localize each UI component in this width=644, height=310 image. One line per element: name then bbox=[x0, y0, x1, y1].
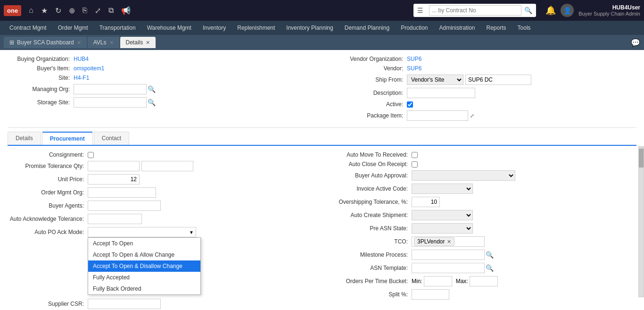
asn-template-input[interactable] bbox=[412, 263, 485, 273]
tab-details[interactable]: Details ✕ bbox=[120, 37, 156, 48]
nav-contract-mgmt[interactable]: Contract Mgmt bbox=[4, 21, 52, 35]
storage-site-search-btn[interactable]: 🔍 bbox=[147, 99, 157, 106]
dropdown-item-fully-accepted[interactable]: Fully Accepted bbox=[88, 272, 200, 283]
dropdown-item-fully-back-ordered[interactable]: Fully Back Ordered bbox=[88, 283, 200, 294]
sub-tab-procurement[interactable]: Procurement bbox=[42, 132, 93, 145]
buyer-agents-input[interactable] bbox=[88, 201, 161, 211]
buyer-agents-row: Buyer Agents: bbox=[8, 201, 314, 211]
nav-inventory[interactable]: Inventory bbox=[197, 21, 231, 35]
sub-tab-details[interactable]: Details bbox=[8, 132, 41, 145]
ship-from-value-input[interactable] bbox=[465, 75, 531, 85]
asn-template-search-btn[interactable]: 🔍 bbox=[485, 264, 495, 272]
nav-demand-planning[interactable]: Demand Planning bbox=[339, 21, 395, 35]
nav-inventory-planning[interactable]: Inventory Planning bbox=[281, 21, 339, 35]
expand-icon[interactable]: ⤢ bbox=[92, 4, 104, 17]
vendor-org-label: Vendor Organization: bbox=[322, 56, 407, 62]
nav-reports[interactable]: Reports bbox=[481, 21, 512, 35]
search-submit-icon[interactable]: 🔍 bbox=[524, 7, 532, 14]
bookmark-icon[interactable]: ⎘ bbox=[80, 4, 90, 17]
orders-min-input[interactable] bbox=[424, 276, 452, 286]
milestone-row: Milestone Process: 🔍 bbox=[322, 250, 629, 260]
nav-warehouse-mgmt[interactable]: Warehouse Mgmt bbox=[141, 21, 197, 35]
orders-max-input[interactable] bbox=[470, 276, 498, 286]
nav-tools[interactable]: Tools bbox=[512, 21, 537, 35]
nav-transportation[interactable]: Transportation bbox=[94, 21, 141, 35]
dropdown-item-accept-to-open-allow[interactable]: Accept To Open & Allow Change bbox=[88, 249, 200, 260]
nav-administration[interactable]: Administration bbox=[434, 21, 481, 35]
supplier-csr-input[interactable] bbox=[88, 299, 161, 309]
home-icon[interactable]: ⌂ bbox=[26, 4, 36, 17]
app-logo: one bbox=[4, 5, 21, 16]
tab-buyer-sca-dashboard[interactable]: ⊞ Buyer SCA Dashboard ✕ bbox=[4, 37, 87, 48]
search-bar: ☰ 🔍 bbox=[413, 4, 536, 17]
sub-tab-contact[interactable]: Contact bbox=[94, 132, 129, 145]
dropdown-item-accept-to-open[interactable]: Accept To Open bbox=[88, 238, 200, 249]
auto-close-checkbox[interactable] bbox=[412, 161, 418, 168]
active-row: Active: bbox=[322, 101, 636, 108]
description-input[interactable] bbox=[407, 88, 475, 98]
dropdown-item-accept-to-open-disallow[interactable]: Accept To Open & Disallow Change bbox=[88, 260, 200, 272]
nav-replenishment[interactable]: Replenishment bbox=[231, 21, 281, 35]
tco-tag-value: 3PLVendor bbox=[417, 238, 445, 245]
auto-ack-tol-label: Auto Acknowledge Tolerance: bbox=[8, 216, 88, 222]
auto-create-select[interactable] bbox=[412, 210, 473, 220]
milestone-input[interactable] bbox=[412, 250, 485, 260]
expand-icon[interactable]: ⤢ bbox=[470, 113, 474, 119]
tco-tag-remove[interactable]: ✕ bbox=[447, 239, 451, 245]
auto-move-checkbox[interactable] bbox=[412, 152, 418, 158]
order-mgmt-org-input[interactable] bbox=[88, 187, 156, 198]
unit-price-input[interactable] bbox=[88, 174, 140, 184]
site-link[interactable]: H4-F1 bbox=[74, 75, 89, 81]
refresh-icon[interactable]: ↻ bbox=[52, 4, 64, 17]
invoice-active-select[interactable] bbox=[412, 184, 473, 194]
storage-site-input[interactable] bbox=[74, 97, 147, 108]
buyers-item-link[interactable]: omspoitem1 bbox=[74, 65, 104, 72]
menu-icon[interactable]: ☰ bbox=[417, 7, 423, 14]
buying-org-link[interactable]: HUB4 bbox=[74, 56, 89, 62]
package-item-row: Package Item: ⤢ bbox=[322, 110, 636, 121]
auto-ack-tol-input[interactable] bbox=[88, 214, 142, 224]
buying-org-value: HUB4 bbox=[74, 56, 89, 62]
buyer-auto-approval-select[interactable] bbox=[412, 170, 515, 181]
auto-close-row: Auto Close On Receipt: bbox=[322, 161, 629, 168]
nav-order-mgmt[interactable]: Order Mgmt bbox=[52, 21, 94, 35]
promise-tol-input-1[interactable] bbox=[88, 161, 140, 171]
scrollbar[interactable] bbox=[638, 146, 644, 297]
megaphone-icon[interactable]: 📢 bbox=[118, 4, 133, 17]
add-icon[interactable]: ⊕ bbox=[66, 4, 78, 17]
tab-buyer-sca-dashboard-close[interactable]: ✕ bbox=[77, 40, 81, 46]
tco-row: TCO: 3PLVendor ✕ bbox=[322, 236, 629, 247]
buying-org-label: Buying Organization: bbox=[8, 56, 74, 62]
consignment-checkbox[interactable] bbox=[88, 152, 94, 158]
split-pct-input[interactable] bbox=[412, 289, 449, 300]
vendor-link[interactable]: SUP6 bbox=[407, 65, 421, 72]
bell-icon[interactable]: 🔔 bbox=[545, 5, 556, 16]
promise-tol-label: Promise Tolerance Qty: bbox=[8, 163, 88, 169]
pre-asn-select[interactable] bbox=[412, 223, 473, 234]
search-input[interactable] bbox=[429, 5, 521, 16]
avatar[interactable]: 👤 bbox=[561, 4, 574, 17]
tco-label: TCO: bbox=[322, 238, 412, 245]
vendor-org-link[interactable]: SUP6 bbox=[407, 56, 421, 62]
active-checkbox[interactable] bbox=[407, 101, 413, 108]
unit-price-row: Unit Price: bbox=[8, 174, 314, 184]
milestone-search-btn[interactable]: 🔍 bbox=[485, 251, 495, 259]
copy-icon[interactable]: ⧉ bbox=[106, 4, 116, 17]
chat-icon[interactable]: 💬 bbox=[631, 38, 640, 47]
nav-production[interactable]: Production bbox=[395, 21, 433, 35]
package-item-input[interactable] bbox=[407, 110, 468, 121]
promise-tol-input-2[interactable] bbox=[141, 161, 193, 171]
auto-po-ack-popup: Accept To Open Accept To Open & Allow Ch… bbox=[88, 237, 201, 295]
tab-details-close[interactable]: ✕ bbox=[146, 40, 150, 46]
orders-per-tb-label: Orders Per Time Bucket: bbox=[322, 278, 412, 285]
tab-avls-close[interactable]: ✕ bbox=[109, 40, 114, 46]
auto-po-ack-row: Auto PO Ack Mode: ▼ Accept To Open Accep… bbox=[8, 227, 314, 237]
ship-from-select[interactable]: Vendor's Site bbox=[407, 75, 463, 85]
star-icon[interactable]: ★ bbox=[38, 4, 50, 17]
managing-org-input[interactable] bbox=[74, 84, 147, 94]
header-form-left: Buying Organization: HUB4 Buyer's Item: … bbox=[8, 56, 322, 124]
scroll-thumb[interactable] bbox=[639, 149, 644, 168]
tab-avls[interactable]: AVLs ✕ bbox=[88, 37, 119, 48]
managing-org-search-btn[interactable]: 🔍 bbox=[147, 85, 157, 93]
overshipping-input[interactable] bbox=[412, 197, 440, 207]
